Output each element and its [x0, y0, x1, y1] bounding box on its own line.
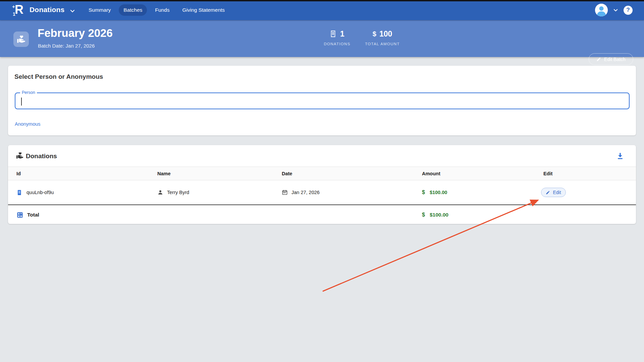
col-header-id[interactable]: Id	[16, 171, 157, 176]
tab-summary[interactable]: Summary	[84, 4, 115, 16]
avatar[interactable]	[595, 4, 608, 16]
select-person-card: Select Person or Anonymous Person Anonym…	[8, 66, 636, 135]
person-icon	[157, 189, 163, 195]
select-card-title: Select Person or Anonymous	[14, 73, 103, 80]
total-amount-cell: $ $100.00	[422, 212, 543, 218]
batch-title: February 2026	[38, 27, 113, 40]
logo-number: 1	[13, 11, 15, 17]
chevron-down-icon[interactable]	[70, 8, 75, 14]
col-header-edit: Edit	[543, 171, 636, 176]
donations-card-header: Donations	[8, 145, 636, 167]
donation-amount: $100.00	[430, 190, 447, 195]
stat-total-label: TOTAL AMOUNT	[359, 42, 406, 46]
amount-cell: $ $100.00	[422, 189, 543, 195]
stat-donations: 1 DONATIONS	[319, 29, 356, 46]
date-cell: Jan 27, 2026	[282, 189, 422, 195]
nav-tabs: Summary Batches Funds Giving Statements	[84, 0, 229, 20]
donation-id: quuLnb-of9u	[26, 190, 54, 195]
donation-hand-heart-icon	[16, 152, 24, 160]
batch-header: February 2026 Batch Date: Jan 27, 2026 1…	[0, 20, 644, 57]
table-header-row: Id Name Date Amount Edit	[8, 167, 636, 180]
batch-date: Batch Date: Jan 27, 2026	[38, 43, 95, 49]
dollar-icon: $	[373, 30, 376, 38]
col-header-date[interactable]: Date	[282, 171, 422, 176]
page: + R 1 Donations Summary Batches Funds Gi…	[0, 0, 644, 362]
stat-donations-value: 1	[340, 29, 344, 39]
total-label: Total	[27, 212, 39, 218]
row-edit-button[interactable]: Edit	[541, 188, 566, 197]
name-cell: Terry Byrd	[157, 189, 282, 195]
total-amount: $100.00	[430, 212, 448, 218]
chevron-down-icon[interactable]	[613, 8, 618, 13]
stat-donations-label: DONATIONS	[319, 42, 356, 46]
anonymous-link[interactable]: Anonymous	[15, 121, 41, 127]
top-navbar: + R 1 Donations Summary Batches Funds Gi…	[0, 0, 644, 20]
receipt-icon	[16, 189, 23, 196]
pencil-icon	[596, 57, 601, 62]
donation-date: Jan 27, 2026	[291, 190, 320, 195]
app-title[interactable]: Donations	[30, 6, 64, 14]
donation-hand-heart-icon	[13, 32, 29, 47]
help-icon[interactable]: ?	[624, 6, 633, 15]
window-top-edge	[0, 0, 644, 1]
tab-funds[interactable]: Funds	[150, 4, 174, 16]
edit-cell: Edit	[543, 188, 636, 197]
row-edit-label: Edit	[553, 190, 561, 195]
donations-card-title: Donations	[26, 153, 57, 160]
tab-giving-statements[interactable]: Giving Statements	[177, 4, 229, 16]
col-header-amount[interactable]: Amount	[422, 171, 543, 176]
stat-total-value: 100	[379, 29, 392, 39]
id-cell: quuLnb-of9u	[16, 189, 157, 196]
dollar-icon: $	[422, 212, 425, 218]
tab-batches[interactable]: Batches	[119, 4, 147, 16]
person-input[interactable]	[15, 93, 629, 109]
edit-batch-button[interactable]: Edit Batch	[589, 53, 633, 65]
person-input-wrapper: Person	[15, 93, 630, 109]
stat-total-amount: $ 100 TOTAL AMOUNT	[359, 29, 406, 46]
col-header-name[interactable]: Name	[157, 171, 282, 176]
app-logo-icon[interactable]: + R 1	[12, 3, 26, 17]
donations-card: Donations Id Name Date Amount Edit quuLn…	[8, 145, 636, 224]
calendar-icon	[282, 189, 288, 195]
person-avatar-icon	[595, 4, 608, 16]
navbar-right-cluster: ?	[595, 0, 633, 20]
table-row[interactable]: quuLnb-of9u Terry Byrd Jan 27, 2026 $	[8, 180, 636, 205]
logo-letter: R	[15, 3, 23, 17]
receipt-icon	[330, 30, 337, 38]
donor-name: Terry Byrd	[167, 190, 189, 195]
edit-batch-label: Edit Batch	[604, 57, 626, 62]
table-total-row: Total $ $100.00	[8, 206, 636, 224]
total-label-cell: Total	[16, 212, 157, 219]
pencil-icon	[546, 190, 550, 195]
calculator-icon	[16, 212, 23, 219]
download-icon[interactable]	[616, 152, 625, 161]
dollar-icon: $	[422, 189, 425, 195]
